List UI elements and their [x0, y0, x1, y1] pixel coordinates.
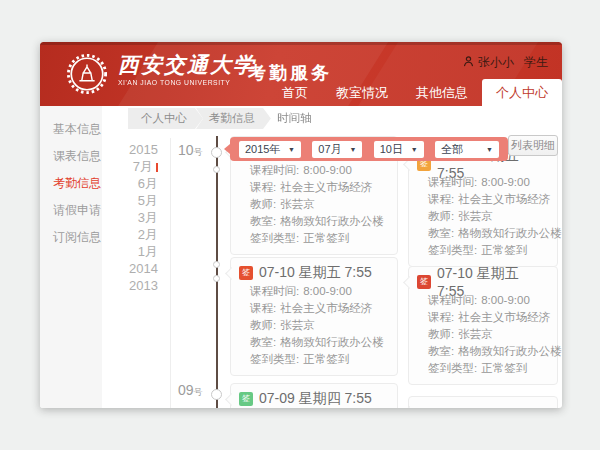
- timeline-node: [213, 166, 220, 173]
- months-divider: [170, 138, 171, 408]
- timeline-year-month-nav: 2015 7月 6月 5月 3月 2月 1月 2014 2013: [104, 141, 158, 294]
- attendance-card[interactable]: 签 07-10 星期五 7:55 课程时间:8:00-9:00 课程:社会主义市…: [230, 257, 398, 376]
- filter-bar: 2015年 ▼ 07月 ▼ 10日 ▼ 全部 ▼: [230, 137, 508, 161]
- signin-status-icon: 签: [239, 392, 253, 406]
- timeline-nav-2015[interactable]: 2015: [104, 141, 158, 158]
- user-role: 学生: [524, 54, 548, 71]
- month-dropdown[interactable]: 07月 ▼: [312, 141, 362, 158]
- timeline-day-label-09: 09号: [178, 382, 203, 399]
- timeline-nav-february[interactable]: 2月: [104, 226, 158, 243]
- day-dropdown[interactable]: 10日 ▼: [374, 141, 424, 158]
- breadcrumb: 个人中心 考勤信息 时间轴: [128, 108, 321, 129]
- nav-item-home[interactable]: 首页: [268, 79, 322, 106]
- card-date: 07-10 星期五 7:55: [259, 264, 372, 282]
- app-header: 西安交通大学 XI'AN JIAO TONG UNIVERSITY 考勤服务 张…: [40, 42, 562, 106]
- card-field: 签到类型:正常签到: [417, 360, 549, 377]
- chevron-down-icon: ▼: [349, 146, 356, 153]
- timeline-nav-march[interactable]: 3月: [104, 209, 158, 226]
- timeline-axis: [216, 136, 218, 408]
- signin-status-icon: 签: [417, 275, 431, 289]
- timeline-node: [213, 275, 220, 282]
- user-icon: [463, 56, 474, 70]
- sidebar-item-timetable[interactable]: 课表信息: [53, 143, 102, 170]
- page-background: 西安交通大学 XI'AN JIAO TONG UNIVERSITY 考勤服务 张…: [0, 0, 600, 450]
- card-field: 课程:社会主义市场经济: [417, 191, 549, 208]
- card-field: 课程时间:8:00-9:00: [239, 283, 389, 300]
- timeline-node: [213, 261, 220, 268]
- nav-item-classrooms[interactable]: 教室情况: [322, 79, 402, 106]
- signin-status-icon: 签: [239, 266, 253, 280]
- timeline-nav-may[interactable]: 5月: [104, 192, 158, 209]
- timeline-nav-2013[interactable]: 2013: [104, 277, 158, 294]
- card-field: 教室:格物致知行政办公楼: [417, 225, 549, 242]
- card-field: 签到类型:正常签到: [417, 242, 549, 259]
- card-field: 教室:格物致知行政办公楼: [239, 213, 389, 230]
- nav-item-personal-center[interactable]: 个人中心: [482, 79, 562, 106]
- university-name-cn: 西安交通大学: [118, 53, 256, 78]
- card-field: 签到类型:正常签到: [239, 230, 389, 247]
- timeline-nav-july[interactable]: 7月: [104, 158, 158, 175]
- attendance-card[interactable]: 签 07-09 星期四 7:55: [230, 383, 398, 408]
- card-header: 签 07-10 星期五 7:55: [239, 263, 389, 283]
- timeline-day-label-10: 10号: [178, 142, 203, 159]
- card-field: 教师:张芸京: [239, 196, 389, 213]
- sidebar-item-basic-info[interactable]: 基本信息: [53, 116, 102, 143]
- card-field: 课程时间:8:00-9:00: [417, 174, 549, 191]
- card-field: 课程:社会主义市场经济: [417, 309, 549, 326]
- timeline-nav-january[interactable]: 1月: [104, 243, 158, 260]
- sidebar-item-subscription[interactable]: 订阅信息: [53, 224, 102, 251]
- timeline-nav-june[interactable]: 6月: [104, 175, 158, 192]
- chevron-down-icon: ▼: [288, 146, 295, 153]
- timeline-node: [211, 389, 222, 400]
- attendance-card[interactable]: 签 07-10 星期五 7:55 课程时间:8:00-9:00 课程:社会主义市…: [408, 266, 558, 385]
- card-header: 签 07-09 星期四 7:55: [239, 389, 389, 408]
- nav-item-other-info[interactable]: 其他信息: [402, 79, 482, 106]
- breadcrumb-personal-center[interactable]: 个人中心: [128, 108, 203, 129]
- breadcrumb-attendance[interactable]: 考勤信息: [196, 108, 271, 129]
- header-top-accent: [40, 42, 562, 45]
- card-field: 教师:张芸京: [239, 317, 389, 334]
- timeline-node: [211, 147, 222, 158]
- chevron-down-icon: ▼: [486, 146, 493, 153]
- attendance-app-window: 西安交通大学 XI'AN JIAO TONG UNIVERSITY 考勤服务 张…: [40, 42, 562, 408]
- sidebar: 基本信息 课表信息 考勤信息 请假申请 订阅信息: [40, 106, 102, 408]
- chevron-down-icon: ▼: [411, 146, 418, 153]
- university-name-block: 西安交通大学 XI'AN JIAO TONG UNIVERSITY: [118, 53, 256, 86]
- card-field: 教师:张芸京: [417, 326, 549, 343]
- card-field: 签到类型:正常签到: [239, 351, 389, 368]
- card-date: 07-09 星期四 7:55: [259, 390, 372, 408]
- card-field: 教室:格物致知行政办公楼: [239, 334, 389, 351]
- main-nav: 首页 教室情况 其他信息 个人中心: [268, 79, 562, 106]
- breadcrumb-timeline[interactable]: 时间轴: [264, 108, 328, 129]
- card-field: 课程:社会主义市场经济: [239, 179, 389, 196]
- year-dropdown[interactable]: 2015年 ▼: [239, 141, 301, 158]
- card-field: 课程时间:8:00-9:00: [417, 292, 549, 309]
- card-field: 教师:张芸京: [417, 208, 549, 225]
- sidebar-item-leave-request[interactable]: 请假申请: [53, 197, 102, 224]
- attendance-card[interactable]: 签 07-10 星期五 7:55 课程时间:8:00-9:00 课程:社会主义市…: [408, 148, 558, 267]
- card-header: 签 07-10 星期五 7:55: [417, 272, 549, 292]
- user-info[interactable]: 张小小 学生: [463, 54, 548, 71]
- card-field: 课程时间:8:00-9:00: [239, 162, 389, 179]
- sidebar-item-attendance[interactable]: 考勤信息: [53, 170, 102, 197]
- card-field: 课程:社会主义市场经济: [239, 300, 389, 317]
- timeline-nav-2014[interactable]: 2014: [104, 260, 158, 277]
- university-logo-icon: [66, 53, 108, 95]
- card-field: 教室:格物致知行政办公楼: [417, 343, 549, 360]
- list-detail-button[interactable]: 列表明细: [508, 135, 558, 156]
- university-name-en: XI'AN JIAO TONG UNIVERSITY: [118, 79, 256, 86]
- user-name: 张小小: [478, 54, 514, 71]
- attendance-card[interactable]: [408, 396, 558, 408]
- type-dropdown[interactable]: 全部 ▼: [435, 141, 499, 158]
